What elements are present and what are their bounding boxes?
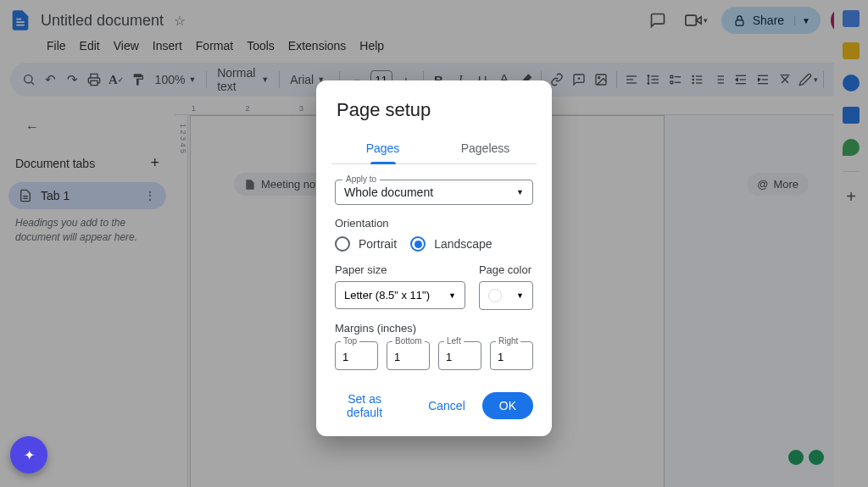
apply-to-label: Apply to	[342, 174, 380, 184]
margin-top-input[interactable]	[342, 351, 370, 363]
margin-bottom-input[interactable]	[394, 351, 422, 363]
landscape-label: Landscape	[434, 237, 492, 251]
orientation-portrait-radio[interactable]	[335, 236, 350, 252]
margin-right-field[interactable]: Right	[490, 341, 533, 370]
margin-left-field[interactable]: Left	[438, 341, 481, 370]
chevron-down-icon: ▼	[516, 291, 524, 300]
color-swatch	[488, 289, 502, 302]
apply-to-select[interactable]: Apply to Whole document▼	[335, 180, 533, 205]
paper-size-select[interactable]: Letter (8.5" x 11") ▼	[335, 281, 465, 309]
ai-fab-icon[interactable]: ✦	[10, 436, 47, 473]
dialog-title: Page setup	[316, 99, 552, 133]
tab-pages[interactable]: Pages	[331, 133, 434, 163]
portrait-label: Portrait	[359, 237, 397, 251]
chevron-down-icon: ▼	[448, 291, 456, 300]
paper-size-label: Paper size	[335, 263, 465, 276]
cancel-button[interactable]: Cancel	[428, 399, 465, 412]
margin-left-input[interactable]	[446, 351, 474, 363]
ok-button[interactable]: OK	[482, 392, 533, 419]
chevron-down-icon: ▼	[516, 188, 524, 196]
margin-top-field[interactable]: Top	[335, 341, 378, 370]
orientation-label: Orientation	[316, 217, 552, 236]
set-default-button[interactable]: Set as default	[335, 392, 394, 419]
page-color-label: Page color	[479, 263, 533, 276]
page-setup-dialog: Page setup Pages Pageless Apply to Whole…	[316, 80, 552, 436]
orientation-landscape-radio[interactable]	[410, 236, 426, 252]
margin-bottom-field[interactable]: Bottom	[387, 341, 430, 370]
tab-pageless[interactable]: Pageless	[434, 133, 537, 163]
margin-right-input[interactable]	[498, 351, 526, 363]
page-color-select[interactable]: ▼	[479, 281, 533, 310]
